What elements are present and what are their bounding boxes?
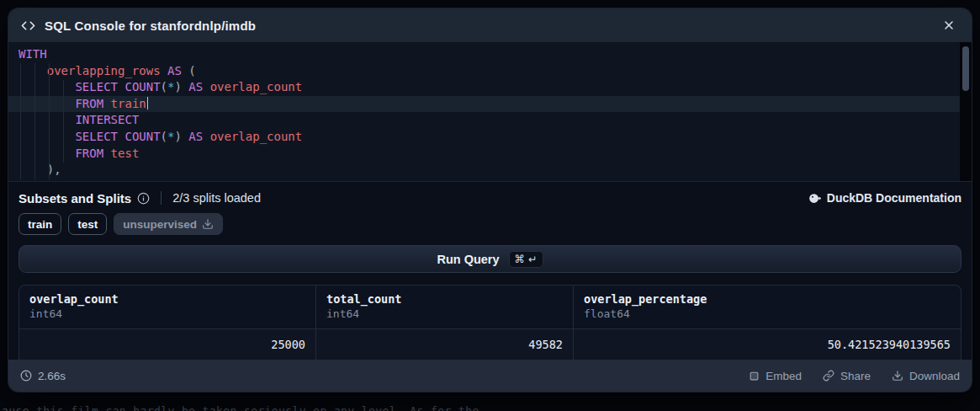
column-type: float64 (584, 307, 951, 320)
duckdb-icon (808, 192, 821, 205)
splits-row: traintestunsupervised (19, 213, 961, 235)
subsets-row: Subsets and Splits 2/3 splits loaded Duc… (19, 187, 961, 209)
close-button[interactable] (939, 15, 959, 35)
code-line[interactable]: FROM test (8, 146, 972, 163)
splits-loaded-status: 2/3 splits loaded (172, 191, 261, 205)
split-label: train (28, 218, 52, 231)
code-line[interactable]: WITH (8, 46, 972, 63)
keyboard-shortcut-badge: ⌘ ↵ (509, 251, 543, 268)
page: { "page": { "background_text": "ause thi… (0, 0, 980, 411)
table-cell: 50.421523940139565 (574, 329, 961, 360)
split-button-train[interactable]: train (19, 213, 61, 235)
indent-guide (34, 63, 35, 179)
column-type: int64 (29, 307, 305, 320)
clock-icon (20, 370, 32, 382)
scrollbar-thumb[interactable] (962, 46, 969, 91)
results-header: overlap_countint64total_countint64overla… (19, 286, 961, 329)
embed-icon (749, 371, 760, 382)
code-line[interactable]: FROM train (8, 96, 972, 113)
column-header-total_count[interactable]: total_countint64 (316, 286, 574, 328)
code-line[interactable]: SELECT COUNT(*) AS overlap_count (8, 79, 972, 96)
column-name: total_count (326, 292, 563, 306)
code-line[interactable]: INTERSECT (8, 112, 972, 129)
column-name: overlap_percentage (584, 292, 951, 306)
download-icon (202, 218, 214, 230)
divider (161, 191, 162, 205)
modal-header: SQL Console for stanfordnlp/imdb (8, 8, 972, 42)
column-type: int64 (326, 307, 563, 320)
code-line[interactable]: ), (8, 162, 972, 179)
column-header-overlap_count[interactable]: overlap_countint64 (19, 286, 316, 328)
background-page-text: ause this film can hardly be taken serio… (2, 404, 980, 411)
modal-content: Subsets and Splits 2/3 splits loaded Duc… (8, 182, 972, 360)
indent-guide (49, 63, 50, 179)
close-icon (942, 19, 956, 32)
code-icon (21, 19, 35, 33)
modal-title: SQL Console for stanfordnlp/imdb (45, 19, 256, 33)
code-line[interactable]: overlapping_rows AS ( (8, 63, 972, 80)
table-row: 250004958250.421523940139565 (19, 329, 961, 360)
download-icon (892, 370, 903, 382)
split-button-unsupervised[interactable]: unsupervised (114, 213, 223, 235)
info-icon[interactable] (137, 192, 150, 205)
indent-guide (63, 80, 64, 163)
sql-console-modal: SQL Console for stanfordnlp/imdb WITH ov… (8, 8, 972, 392)
action-label: Download (909, 370, 960, 382)
share-button[interactable]: Share (823, 370, 871, 382)
sql-editor[interactable]: WITH overlapping_rows AS ( SELECT COUNT(… (8, 42, 972, 182)
download-button[interactable]: Download (892, 370, 960, 382)
table-cell: 49582 (316, 329, 574, 360)
text-cursor (147, 97, 149, 109)
code-line[interactable]: SELECT COUNT(*) AS overlap_count (8, 129, 972, 146)
action-label: Embed (765, 370, 802, 382)
split-label: test (77, 218, 98, 231)
link-icon (823, 370, 834, 382)
duckdb-docs-link[interactable]: DuckDB Documentation (808, 191, 961, 205)
split-label: unsupervised (123, 218, 197, 231)
editor-scrollbar[interactable] (960, 42, 972, 181)
duckdb-docs-label: DuckDB Documentation (827, 191, 961, 205)
column-header-overlap_percentage[interactable]: overlap_percentagefloat64 (574, 286, 961, 328)
modal-footer: 2.66s EmbedShareDownload (8, 360, 972, 392)
duration-value: 2.66s (38, 370, 66, 382)
run-query-button[interactable]: Run Query ⌘ ↵ (19, 245, 961, 273)
footer-actions: EmbedShareDownload (749, 370, 960, 382)
query-duration: 2.66s (20, 370, 66, 382)
split-button-test[interactable]: test (68, 213, 107, 235)
column-name: overlap_count (29, 292, 305, 306)
code-area: WITH overlapping_rows AS ( SELECT COUNT(… (8, 46, 972, 179)
run-query-label: Run Query (437, 253, 499, 266)
embed-button[interactable]: Embed (749, 370, 802, 382)
results-body: 250004958250.421523940139565 (19, 329, 961, 360)
action-label: Share (840, 370, 871, 382)
table-cell: 25000 (19, 329, 316, 360)
results-table: overlap_countint64total_countint64overla… (19, 285, 961, 360)
subsets-title: Subsets and Splits (19, 191, 131, 206)
indent-guide (20, 63, 21, 179)
